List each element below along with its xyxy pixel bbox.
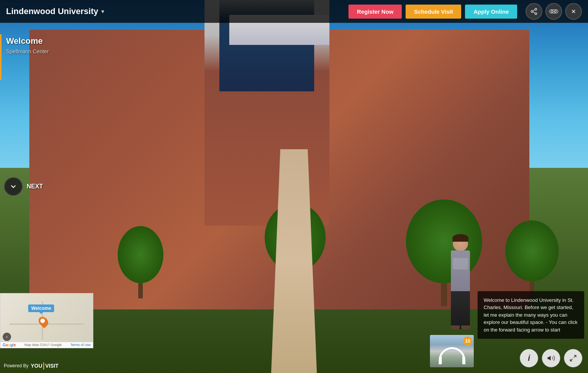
- tree-left: [118, 226, 163, 298]
- next-label: NEXT: [27, 183, 43, 190]
- map-nav-arrow[interactable]: ‹: [3, 333, 11, 341]
- svg-line-12: [570, 359, 573, 361]
- youvisit-logo[interactable]: YOU | VISIT: [31, 361, 59, 370]
- tree-trunk: [138, 283, 143, 298]
- map-location-label: Welcome: [28, 304, 54, 312]
- register-now-button[interactable]: Register Now: [348, 5, 402, 19]
- header-icons: [526, 3, 582, 20]
- schedule-visit-button[interactable]: Schedule Visit: [406, 5, 461, 19]
- avatar-figure: [443, 236, 478, 335]
- chevron-down-icon: ▾: [101, 8, 104, 14]
- arch-pillar-left: [440, 357, 442, 364]
- avatar-body: [451, 250, 470, 292]
- university-name-label: Lindenwood University: [6, 6, 98, 16]
- location-name: Spellmann Center: [6, 48, 49, 54]
- youvisit-visit: VISIT: [45, 363, 59, 369]
- avatar-hair: [452, 234, 468, 242]
- section-title: Welcome: [6, 36, 49, 46]
- next-circle-icon: [4, 177, 23, 196]
- map-terms-link[interactable]: Terms of Use: [70, 343, 91, 347]
- info-icon: i: [528, 353, 530, 363]
- youvisit-separator: |: [43, 361, 45, 370]
- audio-button[interactable]: [542, 349, 560, 367]
- map-data-label: Map data ©2017 Google: [24, 343, 62, 347]
- map-footer: Google Map data ©2017 Google Terms of Us…: [0, 342, 93, 348]
- thumbnail-badge: 10: [463, 336, 472, 346]
- svg-line-3: [533, 12, 535, 13]
- map-marker: [39, 316, 48, 327]
- header-buttons: Register Now Schedule Visit Apply Online: [348, 3, 582, 20]
- map-nav-arrow-icon: ‹: [6, 334, 8, 340]
- avatar-shoe-right: [461, 325, 470, 329]
- svg-point-1: [531, 11, 533, 13]
- next-location-thumbnail[interactable]: 10: [430, 335, 474, 367]
- apply-online-button[interactable]: Apply Online: [465, 5, 517, 19]
- avatar-shirt-detail: [453, 258, 468, 269]
- next-button[interactable]: NEXT: [4, 177, 43, 196]
- welcome-info: Welcome Spellmann Center: [6, 36, 49, 54]
- vr-icon[interactable]: [545, 3, 562, 20]
- university-title-button[interactable]: Lindenwood University ▾: [6, 6, 104, 16]
- bottom-controls: i: [520, 349, 582, 367]
- svg-point-2: [535, 13, 537, 14]
- arch-icon: [439, 347, 465, 364]
- virtual-guide-avatar: [443, 236, 478, 335]
- map-overlay[interactable]: Welcome ‹ Google Map data ©2017 Google T…: [0, 293, 93, 348]
- svg-line-4: [533, 10, 535, 11]
- svg-point-0: [535, 8, 537, 10]
- svg-point-7: [554, 10, 556, 12]
- map-inner: Welcome ‹: [0, 293, 93, 348]
- fullscreen-button[interactable]: [564, 349, 582, 367]
- youvisit-you: YOU: [31, 363, 42, 369]
- avatar-shoe-left: [451, 325, 460, 329]
- share-icon[interactable]: [526, 3, 542, 20]
- info-button[interactable]: i: [520, 349, 538, 367]
- header: Lindenwood University ▾ Register Now Sch…: [0, 0, 588, 23]
- close-icon[interactable]: [565, 3, 582, 20]
- arch-pillar-right: [462, 357, 464, 364]
- svg-line-11: [574, 355, 576, 358]
- google-logo: Google: [3, 343, 16, 347]
- avatar-legs: [451, 291, 470, 329]
- tree-far-right: [505, 220, 559, 298]
- tree-canopy: [505, 220, 559, 281]
- powered-by-label: Powered By: [4, 363, 29, 368]
- map-pin-icon: [37, 315, 50, 328]
- powered-by: Powered By YOU | VISIT: [4, 361, 59, 370]
- chat-bubble: Welcome to Lindenwood University in St. …: [478, 291, 584, 339]
- chat-bubble-text: Welcome to Lindenwood University in St. …: [484, 297, 577, 333]
- tree-canopy: [118, 226, 163, 283]
- section-accent-bar: [0, 34, 2, 80]
- svg-point-6: [551, 10, 553, 12]
